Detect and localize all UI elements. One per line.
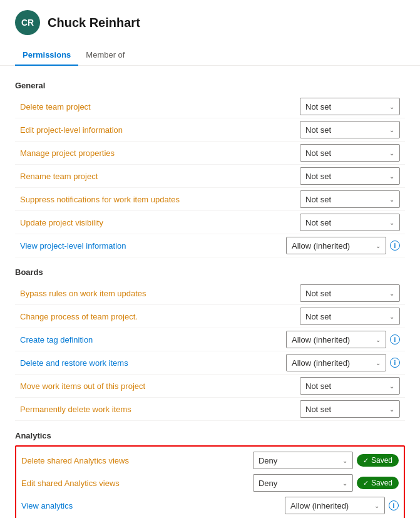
chevron-down-icon: ⌄ — [389, 173, 394, 180]
permission-label: Change process of team project. — [20, 312, 300, 321]
permission-label: Delete shared Analytics views — [21, 456, 248, 465]
dropdown-wrapper: Not set ⌄ — [300, 400, 400, 418]
permission-label: Update project visibility — [20, 218, 300, 227]
section-title-general: General — [15, 76, 405, 93]
permission-dropdown[interactable]: Not set ⌄ — [300, 167, 400, 185]
table-row: View project-level information Allow (in… — [15, 234, 405, 257]
permission-dropdown[interactable]: Not set ⌄ — [300, 190, 400, 208]
dropdown-wrapper: Allow (inherited) ⌄ i — [286, 237, 400, 254]
table-row: Edit shared Analytics views Deny ⌄ ✓ Sav… — [19, 472, 401, 494]
section-boards: Boards Bypass rules on work item updates… — [15, 262, 405, 421]
permission-dropdown[interactable]: Allow (inherited) ⌄ — [286, 237, 386, 254]
chevron-down-icon: ⌄ — [389, 196, 394, 203]
dropdown-wrapper: Not set ⌄ — [300, 144, 400, 162]
content-area: General Delete team project Not set ⌄ Ed… — [0, 66, 420, 518]
tabs-bar: Permissions Member of — [0, 40, 420, 66]
table-row: View analytics Allow (inherited) ⌄ i — [19, 494, 401, 517]
header: CR Chuck Reinhart — [0, 0, 420, 35]
saved-badge: ✓ Saved — [357, 477, 399, 489]
permission-label: Move work items out of this project — [20, 381, 300, 391]
chevron-down-icon: ⌄ — [389, 103, 394, 110]
section-title-analytics: Analytics — [15, 426, 405, 443]
permission-dropdown[interactable]: Not set ⌄ — [300, 121, 400, 138]
permission-dropdown[interactable]: Not set ⌄ — [300, 400, 400, 418]
permission-dropdown[interactable]: Not set ⌄ — [300, 98, 400, 115]
section-title-boards: Boards — [15, 262, 405, 279]
permission-dropdown[interactable]: Deny ⌄ — [253, 452, 353, 469]
chevron-down-icon: ⌄ — [376, 360, 381, 366]
avatar: CR — [15, 10, 40, 35]
permission-dropdown[interactable]: Allow (inherited) ⌄ — [286, 354, 386, 371]
permission-label: Permanently delete work items — [20, 405, 300, 414]
permission-dropdown[interactable]: Not set ⌄ — [300, 308, 400, 325]
permission-label: Manage project properties — [20, 148, 300, 158]
dropdown-wrapper: Not set ⌄ — [300, 214, 400, 231]
permission-dropdown[interactable]: Not set ⌄ — [300, 284, 400, 302]
info-icon[interactable]: i — [390, 241, 400, 251]
permission-dropdown[interactable]: Deny ⌄ — [253, 474, 353, 492]
dropdown-wrapper: Not set ⌄ — [300, 190, 400, 208]
section-analytics: Analytics Delete shared Analytics views … — [15, 426, 405, 518]
table-row: Delete and restore work items Allow (inh… — [15, 351, 405, 375]
table-row: Change process of team project. Not set … — [15, 305, 405, 328]
chevron-down-icon: ⌄ — [374, 502, 379, 509]
dropdown-wrapper: Allow (inherited) ⌄ i — [285, 497, 399, 514]
dropdown-wrapper: Allow (inherited) ⌄ i — [286, 331, 400, 348]
tab-member-of[interactable]: Member of — [78, 45, 132, 66]
chevron-down-icon: ⌄ — [376, 336, 381, 343]
dropdown-wrapper: Not set ⌄ — [300, 308, 400, 325]
permission-dropdown[interactable]: Not set ⌄ — [300, 144, 400, 162]
dropdown-wrapper: Allow (inherited) ⌄ i — [286, 354, 400, 371]
table-row: Permanently delete work items Not set ⌄ — [15, 398, 405, 421]
chevron-down-icon: ⌄ — [389, 290, 394, 297]
table-row: Suppress notifications for work item upd… — [15, 188, 405, 211]
permission-dropdown[interactable]: Allow (inherited) ⌄ — [285, 497, 385, 514]
table-row: Bypass rules on work item updates Not se… — [15, 282, 405, 305]
table-row: Create tag definition Allow (inherited) … — [15, 328, 405, 351]
chevron-down-icon: ⌄ — [389, 127, 394, 133]
chevron-down-icon: ⌄ — [342, 480, 347, 487]
dropdown-wrapper: Not set ⌄ — [300, 284, 400, 302]
chevron-down-icon: ⌄ — [342, 457, 347, 464]
dropdown-wrapper: Deny ⌄ ✓ Saved — [253, 452, 399, 469]
permission-dropdown[interactable]: Allow (inherited) ⌄ — [286, 331, 386, 348]
permission-label: Delete team project — [20, 102, 300, 111]
chevron-down-icon: ⌄ — [389, 406, 394, 413]
chevron-down-icon: ⌄ — [389, 383, 394, 390]
tab-permissions[interactable]: Permissions — [15, 45, 78, 66]
user-name: Chuck Reinhart — [48, 16, 140, 30]
dropdown-wrapper: Not set ⌄ — [300, 121, 400, 138]
chevron-down-icon: ⌄ — [389, 150, 394, 157]
dropdown-wrapper: Not set ⌄ — [300, 167, 400, 185]
info-icon[interactable]: i — [389, 500, 399, 510]
table-row: Delete team project Not set ⌄ — [15, 95, 405, 118]
dropdown-wrapper: Deny ⌄ ✓ Saved — [253, 474, 399, 492]
info-icon[interactable]: i — [390, 358, 400, 368]
check-icon: ✓ — [363, 457, 369, 465]
permission-label: Edit project-level information — [20, 125, 300, 135]
info-icon[interactable]: i — [390, 334, 400, 344]
chevron-down-icon: ⌄ — [389, 219, 394, 226]
permission-label: Rename team project — [20, 172, 300, 181]
table-row: Delete shared Analytics views Deny ⌄ ✓ S… — [19, 449, 401, 472]
table-row: Move work items out of this project Not … — [15, 375, 405, 398]
saved-badge: ✓ Saved — [357, 454, 399, 467]
permission-label: View project-level information — [20, 241, 286, 251]
permission-label: Bypass rules on work item updates — [20, 289, 300, 298]
analytics-highlighted-section: Delete shared Analytics views Deny ⌄ ✓ S… — [15, 445, 405, 518]
permission-label: Suppress notifications for work item upd… — [20, 195, 300, 204]
table-row: Update project visibility Not set ⌄ — [15, 211, 405, 234]
chevron-down-icon: ⌄ — [389, 313, 394, 320]
permission-label: Delete and restore work items — [20, 358, 286, 368]
section-general: General Delete team project Not set ⌄ Ed… — [15, 76, 405, 257]
permission-dropdown[interactable]: Not set ⌄ — [300, 377, 400, 395]
permission-label: View analytics — [21, 501, 280, 510]
permission-label: Edit shared Analytics views — [21, 479, 248, 488]
table-row: Edit project-level information Not set ⌄ — [15, 118, 405, 142]
permission-dropdown[interactable]: Not set ⌄ — [300, 214, 400, 231]
table-row: Manage project properties Not set ⌄ — [15, 142, 405, 165]
check-icon: ✓ — [363, 479, 369, 487]
dropdown-wrapper: Not set ⌄ — [300, 98, 400, 115]
permission-label: Create tag definition — [20, 335, 286, 344]
table-row: Rename team project Not set ⌄ — [15, 165, 405, 188]
